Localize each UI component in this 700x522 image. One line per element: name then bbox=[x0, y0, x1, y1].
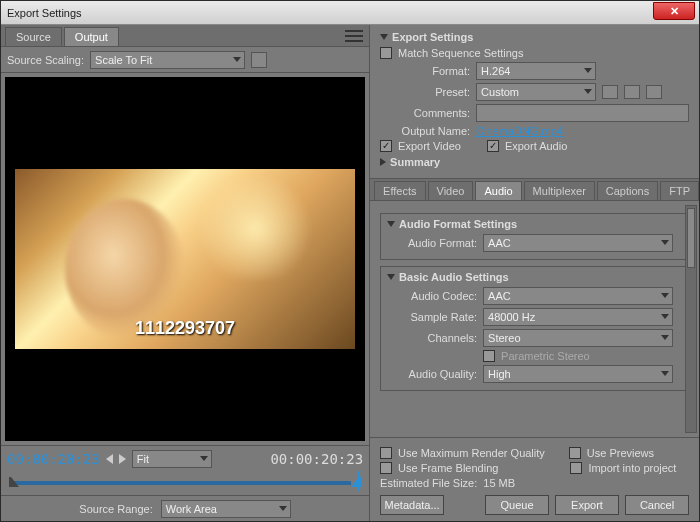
summary-heading: Summary bbox=[390, 156, 440, 168]
output-name-link[interactable]: CinemaDNG.mp4 bbox=[476, 125, 563, 137]
frame-blending-checkbox[interactable] bbox=[380, 462, 392, 474]
settings-tabs: Effects Video Audio Multiplexer Captions… bbox=[370, 179, 699, 201]
bottom-panel: Use Maximum Render Quality Use Previews … bbox=[370, 437, 699, 521]
delete-preset-icon[interactable] bbox=[646, 85, 662, 99]
crop-icon[interactable] bbox=[251, 52, 267, 68]
export-button[interactable]: Export bbox=[555, 495, 619, 515]
export-audio-checkbox[interactable] bbox=[487, 140, 499, 152]
import-project-label: Import into project bbox=[588, 462, 676, 474]
chevron-down-icon[interactable] bbox=[380, 34, 388, 40]
channels-select[interactable]: Stereo bbox=[483, 329, 673, 347]
tab-video[interactable]: Video bbox=[428, 181, 474, 200]
close-button[interactable]: ✕ bbox=[653, 2, 695, 20]
format-label: Format: bbox=[380, 65, 470, 77]
vertical-scrollbar[interactable] bbox=[685, 205, 697, 433]
frame-blending-label: Use Frame Blending bbox=[398, 462, 498, 474]
audio-format-section: Audio Format Settings Audio Format: AAC bbox=[380, 213, 689, 260]
timeline[interactable] bbox=[1, 471, 369, 495]
source-scaling-select[interactable]: Scale To Fit bbox=[90, 51, 245, 69]
sample-rate-label: Sample Rate: bbox=[387, 311, 477, 323]
format-select[interactable]: H.264 bbox=[476, 62, 596, 80]
tab-ftp[interactable]: FTP bbox=[660, 181, 699, 200]
timecode-in[interactable]: 00:00:20:23 bbox=[7, 451, 100, 467]
export-settings-heading: Export Settings bbox=[392, 31, 473, 43]
chevron-right-icon[interactable] bbox=[380, 158, 386, 166]
export-video-label: Export Video bbox=[398, 140, 461, 152]
tab-audio[interactable]: Audio bbox=[475, 181, 521, 200]
watermark-text: 1112293707 bbox=[135, 318, 235, 339]
max-render-quality-checkbox[interactable] bbox=[380, 447, 392, 459]
import-preset-icon[interactable] bbox=[624, 85, 640, 99]
est-size-label: Estimated File Size: bbox=[380, 477, 477, 489]
audio-format-select[interactable]: AAC bbox=[483, 234, 673, 252]
playhead[interactable] bbox=[357, 471, 359, 491]
out-marker[interactable] bbox=[351, 475, 361, 487]
export-settings-window: Export Settings ✕ Source Output Source S… bbox=[0, 0, 700, 522]
tab-effects[interactable]: Effects bbox=[374, 181, 425, 200]
audio-quality-label: Audio Quality: bbox=[387, 368, 477, 380]
audio-format-label: Audio Format: bbox=[387, 237, 477, 249]
export-audio-label: Export Audio bbox=[505, 140, 567, 152]
audio-quality-select[interactable]: High bbox=[483, 365, 673, 383]
right-panel: Export Settings Match Sequence Settings … bbox=[370, 25, 699, 521]
export-video-checkbox[interactable] bbox=[380, 140, 392, 152]
queue-button[interactable]: Queue bbox=[485, 495, 549, 515]
step-back-icon[interactable] bbox=[106, 454, 113, 464]
left-panel: Source Output Source Scaling: Scale To F… bbox=[1, 25, 370, 521]
cancel-button[interactable]: Cancel bbox=[625, 495, 689, 515]
basic-audio-section: Basic Audio Settings Audio Codec: AAC Sa… bbox=[380, 266, 689, 391]
tab-source[interactable]: Source bbox=[5, 27, 62, 46]
est-size-value: 15 MB bbox=[483, 477, 515, 489]
parametric-stereo-label: Parametric Stereo bbox=[501, 350, 590, 362]
comments-input[interactable] bbox=[476, 104, 689, 122]
source-range-label: Source Range: bbox=[79, 503, 152, 515]
step-fwd-icon[interactable] bbox=[119, 454, 126, 464]
source-scaling-label: Source Scaling: bbox=[7, 54, 84, 66]
use-previews-label: Use Previews bbox=[587, 447, 654, 459]
preview-area: 1112293707 bbox=[5, 77, 365, 441]
output-name-label: Output Name: bbox=[380, 125, 470, 137]
match-sequence-label: Match Sequence Settings bbox=[398, 47, 523, 59]
max-render-quality-label: Use Maximum Render Quality bbox=[398, 447, 545, 459]
scroll-thumb[interactable] bbox=[687, 208, 695, 268]
preview-frame: 1112293707 bbox=[15, 169, 355, 349]
chevron-down-icon[interactable] bbox=[387, 221, 395, 227]
in-marker[interactable] bbox=[9, 475, 19, 487]
tab-captions[interactable]: Captions bbox=[597, 181, 658, 200]
tab-multiplexer[interactable]: Multiplexer bbox=[524, 181, 595, 200]
zoom-fit-select[interactable]: Fit bbox=[132, 450, 212, 468]
source-range-select[interactable]: Work Area bbox=[161, 500, 291, 518]
parametric-stereo-checkbox bbox=[483, 350, 495, 362]
playbar: 00:00:20:23 Fit 00:00:20:23 bbox=[1, 445, 369, 471]
preset-label: Preset: bbox=[380, 86, 470, 98]
timeline-track[interactable] bbox=[11, 481, 359, 485]
panel-menu-icon[interactable] bbox=[345, 29, 363, 43]
comments-label: Comments: bbox=[380, 107, 470, 119]
use-previews-checkbox[interactable] bbox=[569, 447, 581, 459]
channels-label: Channels: bbox=[387, 332, 477, 344]
metadata-button[interactable]: Metadata... bbox=[380, 495, 444, 515]
preset-select[interactable]: Custom bbox=[476, 83, 596, 101]
export-settings-section: Export Settings Match Sequence Settings … bbox=[370, 25, 699, 179]
chevron-down-icon[interactable] bbox=[387, 274, 395, 280]
timecode-out: 00:00:20:23 bbox=[270, 451, 363, 467]
audio-codec-label: Audio Codec: bbox=[387, 290, 477, 302]
import-project-checkbox[interactable] bbox=[570, 462, 582, 474]
titlebar: Export Settings ✕ bbox=[1, 1, 699, 25]
tab-output[interactable]: Output bbox=[64, 27, 119, 46]
match-sequence-checkbox[interactable] bbox=[380, 47, 392, 59]
audio-settings-scroll: Audio Format Settings Audio Format: AAC … bbox=[370, 201, 699, 437]
audio-codec-select[interactable]: AAC bbox=[483, 287, 673, 305]
window-title: Export Settings bbox=[7, 7, 82, 19]
save-preset-icon[interactable] bbox=[602, 85, 618, 99]
sample-rate-select[interactable]: 48000 Hz bbox=[483, 308, 673, 326]
preview-tabs: Source Output bbox=[1, 25, 369, 47]
